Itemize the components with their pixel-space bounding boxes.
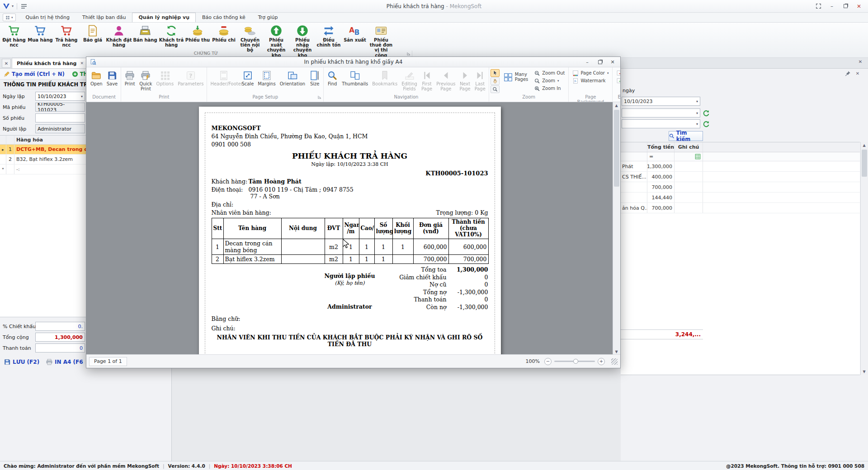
toolbar-button[interactable]: First Page xyxy=(420,68,434,93)
zoom-in-slider-button[interactable]: + xyxy=(598,358,605,365)
refresh-icon[interactable] xyxy=(703,120,710,127)
quick-access-caret-icon[interactable]: ▾ xyxy=(12,4,14,8)
close-all-tabs-button[interactable]: ✕ xyxy=(2,59,11,68)
close-panel-icon[interactable]: ✕ xyxy=(854,70,861,77)
scroll-down-icon[interactable]: ▼ xyxy=(861,368,868,375)
app-logo-icon[interactable] xyxy=(3,3,10,10)
filter-combo-customer[interactable]: ▾ xyxy=(622,108,700,118)
zoom-slider[interactable] xyxy=(554,361,595,362)
ribbon-button[interactable]: AB Sản xuất xyxy=(342,24,368,51)
menu-tab[interactable]: Báo cáo thống kê xyxy=(196,13,252,22)
action-button[interactable]: IN A4 (F6 xyxy=(46,358,83,366)
result-row[interactable]: 700,000 xyxy=(621,182,860,193)
scroll-up-icon[interactable]: ▲ xyxy=(613,102,620,109)
ribbon-button[interactable]: Phiếu thuê đơn vị thi công xyxy=(368,24,394,51)
ribbon-button[interactable]: Chuyển tiền nội bộ xyxy=(237,24,263,51)
menu-tab[interactable]: Trợ giúp xyxy=(252,13,284,22)
ribbon-button[interactable]: Phiếu thu xyxy=(184,24,211,51)
total-input[interactable]: 0. xyxy=(35,322,85,331)
dialog-close-button[interactable]: ✕ xyxy=(607,58,618,66)
ribbon-button[interactable]: Bán hàng xyxy=(132,24,158,51)
zoom-out-slider-button[interactable]: − xyxy=(544,358,552,365)
hand-tool-button[interactable] xyxy=(491,77,500,85)
chevron-down-icon[interactable]: ▾ xyxy=(696,111,698,115)
ribbon-button[interactable]: Báo giá xyxy=(80,24,106,51)
panel-scrollbar[interactable]: ▲ ▼ xyxy=(860,142,868,375)
grid-filter-row[interactable]: = xyxy=(621,152,860,161)
scrollbar-thumb[interactable] xyxy=(862,150,867,177)
ribbon-button[interactable]: Trả hàng ncc xyxy=(53,24,80,51)
toolbar-button[interactable]: Header/Footer xyxy=(208,68,239,88)
preview-scrollbar[interactable]: ▲ ▼ xyxy=(613,102,620,355)
total-input[interactable]: 0 xyxy=(35,343,85,352)
field-input[interactable]: KTH00005-101023 xyxy=(35,103,85,112)
page-color-button[interactable]: Page Color▾ xyxy=(570,69,611,77)
pointer-tool-button[interactable] xyxy=(491,69,500,77)
menu-tab[interactable]: Quản lý nghiệp vụ xyxy=(132,13,196,22)
many-pages-button[interactable]: Many Pages xyxy=(501,68,530,83)
customize-toolbar-icon[interactable] xyxy=(20,3,28,10)
dialog-maximize-button[interactable] xyxy=(594,58,606,66)
zoom-out-button[interactable]: Zoom Out xyxy=(532,69,567,77)
document-tab[interactable]: Phiếu khách trả hàng ✕ xyxy=(12,58,89,68)
minimize-button[interactable]: – xyxy=(826,2,838,11)
toolbar-button[interactable]: Bookmarks xyxy=(370,68,399,88)
create-new-button[interactable]: Tạo mới (Ctrl + N) xyxy=(4,71,65,77)
result-row[interactable]: ản hóa Q... 700,000 xyxy=(621,203,860,213)
toolbar-button[interactable]: Print xyxy=(123,68,137,88)
toolbar-button[interactable]: Last Page xyxy=(473,68,487,93)
export-excel-icon[interactable] xyxy=(695,154,701,160)
resize-grip[interactable] xyxy=(611,358,618,365)
send-document-button[interactable]: ▾ xyxy=(614,77,620,85)
ribbon-button[interactable]: Mua hàng xyxy=(27,24,53,51)
chevron-down-icon[interactable]: ▾ xyxy=(81,94,83,99)
ribbon-button[interactable]: Phiếu nhập chuyển kho xyxy=(289,24,316,51)
ribbon-button[interactable]: Phiếu chi xyxy=(211,24,237,51)
ribbon-button[interactable]: Khách trả hàng xyxy=(158,24,184,51)
toolbar-button[interactable]: Orientation xyxy=(278,68,307,88)
toolbar-button[interactable]: Open xyxy=(89,68,104,88)
export-document-button[interactable]: ▾ xyxy=(614,69,620,77)
close-button[interactable]: ✕ xyxy=(853,2,865,11)
toolbar-button[interactable]: Find xyxy=(325,68,340,88)
toolbar-button[interactable]: Quick Print xyxy=(137,68,154,93)
fullscreen-button[interactable] xyxy=(812,2,825,11)
toolbar-button[interactable]: Previous Page xyxy=(434,68,457,93)
zoom-menu-button[interactable]: Zoom▾ xyxy=(532,77,567,85)
ribbon-button[interactable]: Khách đặt hàng xyxy=(106,24,132,51)
group-dialog-launcher-icon[interactable] xyxy=(317,95,322,99)
ribbon-button[interactable]: Đặt hàng ncc xyxy=(1,24,27,51)
group-dialog-launcher-icon[interactable] xyxy=(406,52,411,56)
result-row[interactable]: Phát 1,300,000 xyxy=(621,161,860,172)
date-filter-input[interactable]: 10/10/2023▾ xyxy=(622,97,700,106)
field-input[interactable]: Administrator xyxy=(35,124,85,133)
menu-tab[interactable]: Thiết lập ban đầu xyxy=(76,13,132,22)
restore-button[interactable] xyxy=(839,2,852,11)
toolbar-button[interactable]: Options xyxy=(155,68,176,88)
total-input[interactable]: 1,300,000 xyxy=(35,333,85,342)
pin-icon[interactable] xyxy=(844,70,851,77)
ribbon-button[interactable]: Điều chỉnh tồn xyxy=(316,24,342,51)
chevron-down-icon[interactable]: ▾ xyxy=(696,99,698,103)
action-button[interactable]: LƯU (F2) xyxy=(4,358,39,366)
search-button[interactable]: Tìm kiếm xyxy=(669,131,703,141)
field-input[interactable]: 10/10/2023 ▾ xyxy=(35,92,85,101)
toolbar-button[interactable]: Save xyxy=(105,68,120,88)
scrollbar-thumb[interactable] xyxy=(614,110,619,187)
result-row[interactable]: 144,440 xyxy=(621,193,860,203)
scroll-up-icon[interactable]: ▲ xyxy=(861,142,868,149)
toolbar-button[interactable]: Editing Fields xyxy=(400,68,419,93)
watermark-button[interactable]: AWatermark xyxy=(570,77,611,85)
menu-launcher-button[interactable]: ▾ xyxy=(3,14,16,21)
menu-tab[interactable]: Quản trị hệ thống xyxy=(19,13,76,22)
ribbon-button[interactable]: Phiếu xuất chuyển kho xyxy=(263,24,289,51)
zoom-slider-thumb[interactable] xyxy=(573,359,578,364)
filter-combo-item[interactable]: ▾ xyxy=(622,119,700,128)
refresh-icon[interactable] xyxy=(703,109,710,117)
zoom-in-button[interactable]: Zoom In xyxy=(532,85,567,92)
toolbar-button[interactable]: ? Parameters xyxy=(176,68,205,88)
close-tab-icon[interactable]: ✕ xyxy=(80,61,84,66)
result-row[interactable]: CS THIẾ... 400,000 xyxy=(621,172,860,182)
field-input[interactable] xyxy=(35,113,85,122)
panel-close-button[interactable]: ✕ xyxy=(856,59,864,66)
